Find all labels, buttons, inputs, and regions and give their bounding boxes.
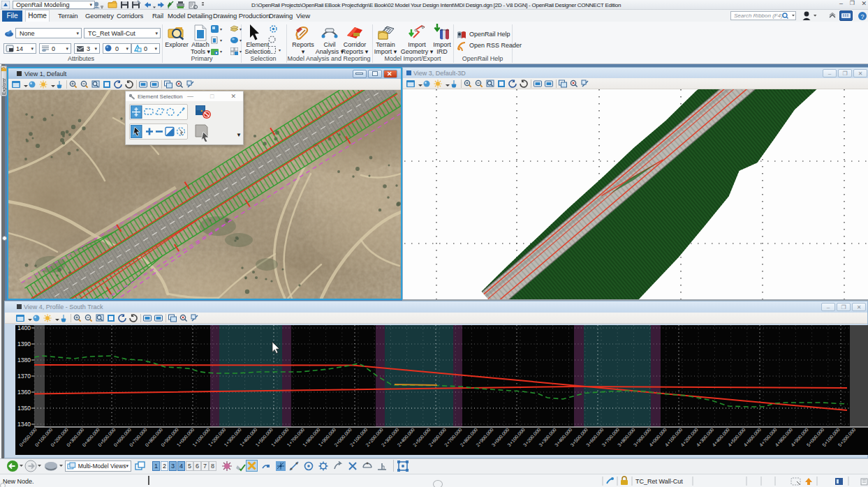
svg-text:1350: 1350 — [17, 405, 31, 412]
svg-text:1400: 1400 — [17, 325, 31, 331]
svg-text:1390: 1390 — [17, 340, 31, 347]
svg-text:?: ? — [860, 13, 864, 20]
svg-text:1340: 1340 — [17, 421, 31, 428]
svg-text:1370: 1370 — [17, 373, 31, 380]
svg-text:1360: 1360 — [17, 389, 31, 396]
svg-text:1380: 1380 — [17, 357, 31, 364]
svg-text:TC_Ret Wall-Cut: TC_Ret Wall-Cut — [635, 478, 683, 485]
